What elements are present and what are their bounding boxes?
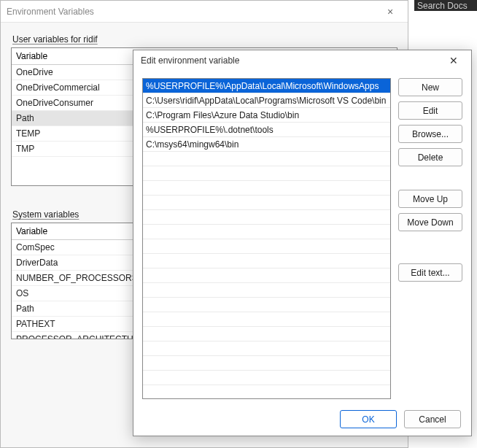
- path-entry-empty[interactable]: [143, 356, 390, 371]
- ok-button[interactable]: OK: [340, 410, 397, 428]
- path-entry[interactable]: C:\Users\ridif\AppData\Local\Programs\Mi…: [143, 93, 390, 108]
- path-entry-empty[interactable]: [143, 181, 390, 196]
- env-title: Environment Variables: [7, 7, 379, 17]
- path-entry[interactable]: C:\msys64\mingw64\bin: [143, 137, 390, 152]
- new-button[interactable]: New: [398, 78, 462, 96]
- close-icon[interactable]: ×: [379, 6, 402, 18]
- user-vars-label: User variables for ridif: [12, 34, 398, 45]
- cancel-button[interactable]: Cancel: [404, 410, 461, 428]
- edit-titlebar[interactable]: Edit environment variable ✕: [133, 50, 471, 71]
- path-entry-empty[interactable]: [143, 327, 390, 341]
- path-entry[interactable]: C:\Program Files\Azure Data Studio\bin: [143, 108, 390, 123]
- path-entry-empty[interactable]: [143, 269, 390, 283]
- move-up-button[interactable]: Move Up: [398, 190, 462, 208]
- browse-button[interactable]: Browse...: [398, 125, 462, 143]
- path-entry-empty[interactable]: [143, 196, 390, 210]
- path-entry-empty[interactable]: [143, 152, 390, 166]
- delete-button[interactable]: Delete: [398, 148, 462, 166]
- edit-environment-variable-dialog: Edit environment variable ✕ %USERPROFILE…: [133, 50, 472, 436]
- path-entry[interactable]: %USERPROFILE%\AppData\Local\Microsoft\Wi…: [143, 79, 390, 93]
- move-down-button[interactable]: Move Down: [398, 213, 462, 231]
- edit-title: Edit environment variable: [141, 55, 443, 66]
- path-entry-empty[interactable]: [143, 239, 390, 254]
- edit-text-button[interactable]: Edit text...: [398, 263, 462, 282]
- path-list[interactable]: %USERPROFILE%\AppData\Local\Microsoft\Wi…: [142, 78, 391, 399]
- env-titlebar[interactable]: Environment Variables ×: [1, 1, 408, 23]
- close-icon[interactable]: ✕: [443, 55, 464, 66]
- path-entry-empty[interactable]: [143, 166, 390, 181]
- path-entry-empty[interactable]: [143, 298, 390, 312]
- path-entry-empty[interactable]: [143, 312, 390, 327]
- edit-button-column: New Edit Browse... Delete Move Up Move D…: [398, 78, 462, 399]
- edit-button[interactable]: Edit: [398, 101, 462, 120]
- path-entry-empty[interactable]: [143, 225, 390, 239]
- path-entry-empty[interactable]: [143, 283, 390, 298]
- path-entry-empty[interactable]: [143, 254, 390, 269]
- path-entry-empty[interactable]: [143, 341, 390, 356]
- path-entry[interactable]: %USERPROFILE%\.dotnet\tools: [143, 123, 390, 137]
- search-docs-label[interactable]: Search Docs: [417, 1, 468, 11]
- path-entry-empty[interactable]: [143, 210, 390, 225]
- search-docs-panel: Search Docs: [414, 0, 477, 11]
- path-entry-empty[interactable]: [143, 371, 390, 385]
